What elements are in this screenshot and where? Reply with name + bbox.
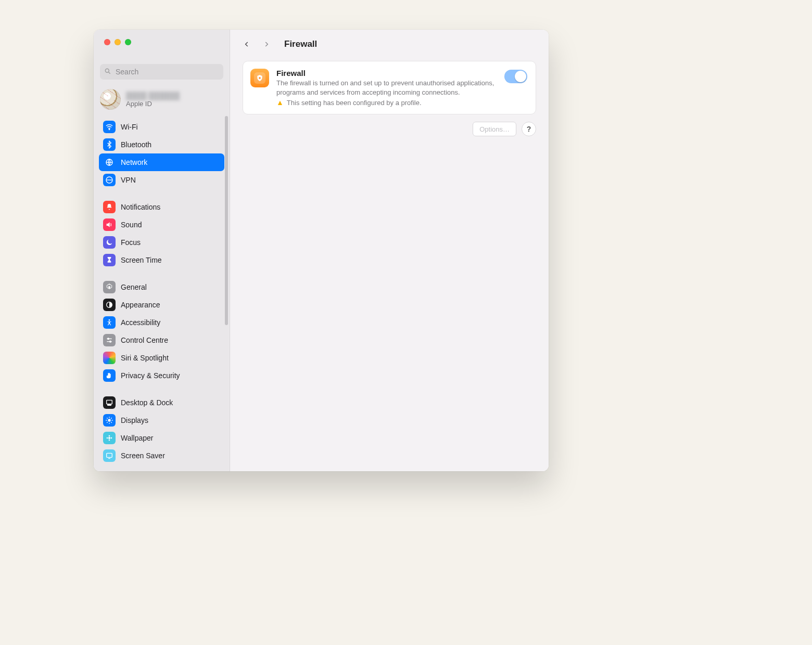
hourglass-icon	[103, 254, 116, 266]
scrollbar[interactable]	[225, 116, 228, 325]
firewall-text: Firewall The firewall is turned on and s…	[276, 69, 497, 107]
sidebar-item-desktop-dock[interactable]: Desktop & Dock	[99, 394, 224, 411]
firewall-description: The firewall is turned on and set up to …	[276, 79, 495, 97]
toggle-knob	[515, 71, 526, 82]
svg-point-25	[109, 440, 110, 441]
svg-point-27	[111, 437, 112, 439]
sidebar: ████ ██████ Apple ID Wi-Fi Bluetooth Net…	[94, 30, 230, 471]
window-controls	[94, 30, 230, 59]
sidebar-item-label: Screen Saver	[121, 452, 165, 460]
svg-rect-12	[107, 400, 112, 404]
sidebar-item-siri-spotlight[interactable]: Siri & Spotlight	[99, 349, 224, 367]
gear-icon	[103, 281, 116, 293]
svg-rect-13	[108, 404, 111, 405]
siri-icon	[103, 352, 116, 364]
svg-point-0	[105, 69, 109, 72]
minimize-window-button[interactable]	[115, 39, 121, 45]
moon-icon	[103, 236, 116, 249]
sidebar-item-vpn[interactable]: VPN	[99, 171, 224, 189]
profile-note-row: ▲ This setting has been configured by a …	[276, 99, 497, 107]
svg-point-14	[108, 419, 110, 421]
svg-point-2	[109, 129, 110, 130]
firewall-toggle[interactable]	[504, 70, 527, 83]
firewall-card: Firewall The firewall is turned on and s…	[243, 61, 536, 114]
sidebar-group: General Appearance Accessibility Control…	[94, 276, 230, 392]
svg-point-9	[108, 338, 109, 340]
apple-id-row[interactable]: ████ ██████ Apple ID	[94, 84, 230, 116]
sidebar-item-label: Appearance	[121, 301, 160, 309]
warning-icon: ▲	[276, 99, 284, 106]
sidebar-item-label: Control Centre	[121, 336, 168, 344]
sidebar-group: Desktop & Dock Displays Wallpaper Screen…	[94, 392, 230, 471]
sidebar-item-focus[interactable]: Focus	[99, 234, 224, 251]
hand-icon	[103, 369, 116, 382]
sidebar-item-control-centre[interactable]: Control Centre	[99, 331, 224, 349]
sliders-icon	[103, 334, 116, 346]
sidebar-item-accessibility[interactable]: Accessibility	[99, 314, 224, 331]
svg-point-26	[107, 437, 108, 439]
sound-icon	[103, 218, 116, 231]
sidebar-item-notifications[interactable]: Notifications	[99, 198, 224, 216]
sidebar-item-wifi[interactable]: Wi-Fi	[99, 118, 224, 136]
sidebar-item-privacy-security[interactable]: Privacy & Security	[99, 367, 224, 384]
sidebar-item-screen-saver[interactable]: Screen Saver	[99, 447, 224, 465]
account-name: ████ ██████	[126, 92, 180, 100]
search-input[interactable]	[115, 67, 219, 76]
system-settings-window: ████ ██████ Apple ID Wi-Fi Bluetooth Net…	[94, 30, 549, 471]
sidebar-item-sound[interactable]: Sound	[99, 216, 224, 234]
sidebar-item-bluetooth[interactable]: Bluetooth	[99, 136, 224, 153]
nav-forward-button[interactable]	[260, 38, 273, 50]
sidebar-item-label: VPN	[121, 176, 136, 184]
appearance-icon	[103, 299, 116, 311]
svg-point-11	[110, 341, 111, 342]
sidebar-item-label: Notifications	[121, 203, 160, 211]
svg-point-7	[109, 319, 110, 321]
flower-icon	[103, 432, 116, 444]
nav-back-button[interactable]	[240, 38, 253, 50]
sidebar-item-label: Desktop & Dock	[121, 398, 173, 407]
sidebar-item-label: Siri & Spotlight	[121, 354, 169, 362]
sidebar-item-appearance[interactable]: Appearance	[99, 296, 224, 314]
svg-point-5	[108, 286, 110, 288]
wifi-icon	[103, 121, 116, 133]
sidebar-item-displays[interactable]: Displays	[99, 411, 224, 429]
svg-point-23	[108, 437, 110, 439]
search-icon	[104, 68, 115, 76]
sidebar-item-screen-time[interactable]: Screen Time	[99, 251, 224, 269]
sidebar-item-label: Sound	[121, 221, 142, 229]
accessibility-icon	[103, 316, 116, 329]
sidebar-group: Wi-Fi Bluetooth Network VPN	[94, 116, 230, 196]
sidebar-item-general[interactable]: General	[99, 278, 224, 296]
avatar	[100, 89, 121, 110]
sidebar-item-label: Screen Time	[121, 256, 162, 264]
svg-rect-28	[107, 453, 112, 457]
svg-line-1	[109, 72, 110, 73]
vpn-icon	[103, 174, 116, 186]
options-button[interactable]: Options…	[473, 122, 516, 136]
sidebar-item-label: Privacy & Security	[121, 371, 180, 380]
sidebar-item-network[interactable]: Network	[99, 153, 224, 171]
profile-note: This setting has been configured by a pr…	[287, 99, 422, 107]
screensaver-icon	[103, 449, 116, 462]
content: Firewall The firewall is turned on and s…	[230, 59, 549, 138]
firewall-icon	[250, 69, 269, 87]
sidebar-item-label: Accessibility	[121, 318, 160, 327]
network-icon	[103, 156, 116, 169]
svg-line-21	[111, 418, 111, 418]
dock-icon	[103, 396, 116, 409]
search-field[interactable]	[100, 64, 223, 80]
sidebar-scroll: Wi-Fi Bluetooth Network VPN	[94, 116, 230, 471]
sidebar-item-label: Displays	[121, 416, 148, 424]
sidebar-item-label: Wallpaper	[121, 434, 154, 442]
zoom-window-button[interactable]	[125, 39, 131, 45]
sidebar-item-label: Bluetooth	[121, 140, 151, 149]
help-label: ?	[527, 125, 531, 133]
svg-line-20	[111, 422, 111, 422]
sidebar-item-label: Focus	[121, 238, 141, 247]
bell-icon	[103, 201, 116, 213]
sidebar-item-wallpaper[interactable]: Wallpaper	[99, 429, 224, 447]
page-title: Firewall	[284, 39, 317, 49]
help-button[interactable]: ?	[522, 122, 536, 136]
sidebar-group: Notifications Sound Focus Screen Time	[94, 196, 230, 276]
close-window-button[interactable]	[104, 39, 110, 45]
